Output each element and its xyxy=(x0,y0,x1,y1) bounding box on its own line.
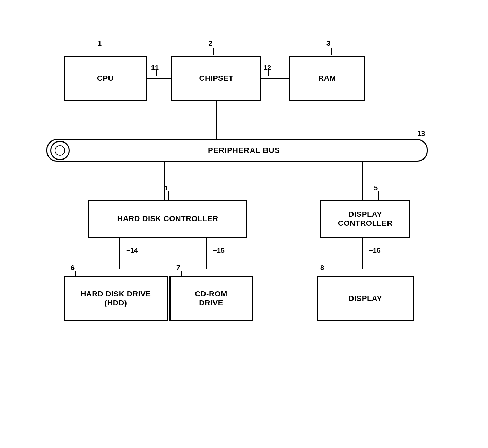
peripheral-bus: PERIPHERAL BUS xyxy=(46,139,428,162)
hdc-cdrom-line xyxy=(206,238,207,269)
ref-7: 7 xyxy=(176,264,180,272)
ref-8: 8 xyxy=(320,264,324,272)
chipset-box: CHIPSET xyxy=(171,56,261,101)
display-ctrl-box: DISPLAY CONTROLLER xyxy=(320,200,410,238)
hdd-box: HARD DISK DRIVE (HDD) xyxy=(64,276,168,321)
ref-3: 3 xyxy=(326,40,330,48)
chipset-ram-line xyxy=(261,78,290,79)
ref-15: ~15 xyxy=(213,247,225,255)
ref-4: 4 xyxy=(164,184,167,192)
ram-box: RAM xyxy=(289,56,365,101)
cdrom-box: CD-ROM DRIVE xyxy=(169,276,253,321)
ref-16: ~16 xyxy=(369,247,381,255)
hdc-hdd-line xyxy=(119,238,120,269)
block-diagram: 1 2 3 CPU CHIPSET RAM 11 12 PERIPHERAL B… xyxy=(36,33,452,415)
ref-6: 6 xyxy=(71,264,75,272)
hdc-box: HARD DISK CONTROLLER xyxy=(88,200,247,238)
display-ctrl-display-line xyxy=(362,238,363,269)
cpu-box: CPU xyxy=(64,56,147,101)
ref-12: 12 xyxy=(263,64,271,72)
ref-14: ~14 xyxy=(126,247,138,255)
chipset-bus-line xyxy=(216,101,217,141)
bus-cap xyxy=(50,141,70,160)
bus-display-ctrl-line xyxy=(362,162,363,200)
bus-cap-inner xyxy=(55,145,65,156)
bus-hdc-line xyxy=(164,162,165,200)
cpu-chipset-line xyxy=(147,78,172,79)
ref-11: 11 xyxy=(151,64,159,72)
display-box: DISPLAY xyxy=(317,276,414,321)
ref-13: 13 xyxy=(417,130,425,138)
ref-1: 1 xyxy=(98,40,102,48)
ref-2: 2 xyxy=(209,40,212,48)
ref-5: 5 xyxy=(374,184,378,192)
